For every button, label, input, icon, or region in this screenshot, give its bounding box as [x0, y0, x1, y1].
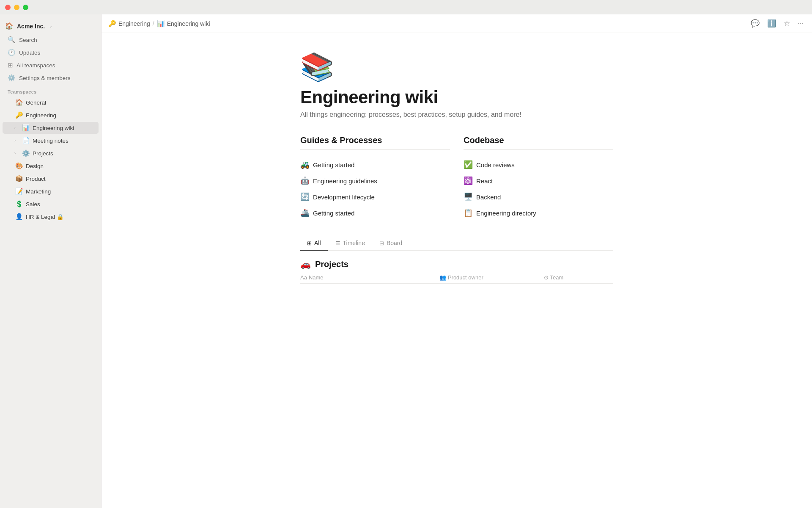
general-emoji: 🏠 [15, 99, 23, 106]
tab-board-label: Board [387, 240, 402, 246]
sidebar-item-sales[interactable]: 💲 Sales [3, 198, 99, 210]
link-label: Engineering guidelines [313, 177, 377, 185]
codebase-section-title: Codebase [464, 135, 613, 150]
tab-all-label: All [314, 240, 321, 246]
link-react[interactable]: ⚛️ React [464, 173, 613, 189]
table-column-headers: Aa Name 👥 Product owner ⊙ Team [300, 274, 613, 284]
tab-board-icon: ⊟ [379, 240, 384, 246]
link-backend[interactable]: 🖥️ Backend [464, 189, 613, 205]
updates-icon: 🕐 [8, 49, 16, 56]
link-emoji: ⚛️ [464, 176, 473, 185]
engineering-emoji: 🔑 [15, 111, 23, 119]
link-emoji: 📋 [464, 208, 473, 218]
breadcrumb-engineering-label: Engineering [118, 20, 150, 27]
teamspaces-section-header: Teamspaces [0, 84, 101, 96]
sidebar-item-meeting-notes[interactable]: › 📄 Meeting notes [3, 135, 99, 146]
sidebar-item-label: Sales [26, 201, 40, 207]
link-label: Engineering directory [476, 210, 536, 217]
more-options-button[interactable]: ··· [796, 18, 805, 30]
workspace-name: Acme Inc. [17, 23, 45, 30]
workspace-chevron-icon: ⌄ [49, 24, 52, 28]
breadcrumb: 🔑 Engineering / 📊 Engineering wiki [108, 20, 746, 28]
projects-emoji: ⚙️ [22, 149, 30, 157]
page-title: Engineering wiki [300, 87, 613, 108]
breadcrumb-wiki-label: Engineering wiki [167, 20, 210, 27]
guides-section: Guides & Processes 🚜 Getting started 🤖 E… [300, 135, 450, 221]
link-label: React [476, 177, 493, 185]
link-engineering-guidelines[interactable]: 🤖 Engineering guidelines [300, 173, 450, 189]
tab-board[interactable]: ⊟ Board [373, 236, 409, 251]
breadcrumb-engineering[interactable]: 🔑 Engineering [108, 20, 150, 28]
traffic-light-red[interactable] [5, 5, 11, 10]
tab-timeline[interactable]: ☰ Timeline [329, 236, 372, 251]
link-code-reviews[interactable]: ✅ Code reviews [464, 157, 613, 173]
link-development-lifecycle[interactable]: 🔄 Development lifecycle [300, 189, 450, 205]
link-getting-started-2[interactable]: 🚢 Getting started [300, 205, 450, 221]
comment-button[interactable]: 💬 [749, 17, 761, 30]
settings-icon: ⚙️ [8, 74, 16, 82]
hr-legal-emoji: 👤 [15, 213, 23, 221]
traffic-light-green[interactable] [23, 5, 28, 10]
sales-emoji: 💲 [15, 200, 23, 208]
tab-all-icon: ⊞ [307, 240, 312, 246]
chevron-right-icon: › [14, 151, 19, 155]
breadcrumb-wiki[interactable]: 📊 Engineering wiki [157, 20, 210, 28]
sidebar-item-label: All teamspaces [16, 62, 55, 69]
link-emoji: 🔄 [300, 192, 310, 202]
sidebar-item-projects[interactable]: › ⚙️ Projects [3, 147, 99, 159]
topbar-actions: 💬 ℹ️ ☆ ··· [749, 17, 805, 30]
link-getting-started-1[interactable]: 🚜 Getting started [300, 157, 450, 173]
link-emoji: 🚢 [300, 208, 310, 218]
page-body: 📚 Engineering wiki All things engineerin… [266, 33, 647, 508]
info-button[interactable]: ℹ️ [765, 17, 778, 30]
link-engineering-directory[interactable]: 📋 Engineering directory [464, 205, 613, 221]
workspace-switcher[interactable]: 🏠 Acme Inc. ⌄ [0, 19, 101, 33]
sidebar-item-label: Product [26, 176, 46, 182]
topbar: 🔑 Engineering / 📊 Engineering wiki 💬 ℹ️ … [102, 14, 812, 33]
sidebar-item-marketing[interactable]: 📝 Marketing [3, 185, 99, 197]
meeting-notes-emoji: 📄 [22, 137, 30, 144]
col-header-name: Aa Name [300, 274, 439, 281]
breadcrumb-engineering-emoji: 🔑 [108, 20, 116, 28]
sidebar-item-general[interactable]: 🏠 General [3, 97, 99, 108]
sidebar-item-hr-legal[interactable]: 👤 HR & Legal 🔒 [3, 211, 99, 223]
tab-timeline-icon: ☰ [335, 240, 340, 246]
col-team-icon: ⊙ [544, 274, 549, 281]
sidebar-item-engineering-wiki[interactable]: › 📊 Engineering wiki [3, 122, 99, 134]
col-owner-label: Product owner [448, 274, 483, 281]
sidebar-item-label: Engineering wiki [33, 125, 74, 131]
sidebar: 🏠 Acme Inc. ⌄ 🔍 Search 🕐 Updates ⊞ All t… [0, 0, 102, 508]
sidebar-item-label: HR & Legal 🔒 [26, 213, 64, 220]
workspace-icon: 🏠 [5, 22, 14, 30]
page-subtitle: All things engineering: processes, best … [300, 111, 613, 119]
favorite-button[interactable]: ☆ [782, 17, 792, 30]
chevron-right-icon: › [14, 126, 19, 130]
marketing-emoji: 📝 [15, 188, 23, 195]
breadcrumb-wiki-emoji: 📊 [157, 20, 165, 28]
col-header-team: ⊙ Team [544, 274, 613, 281]
sidebar-item-all-teamspaces[interactable]: ⊞ All teamspaces [3, 59, 99, 71]
teamspaces-icon: ⊞ [8, 61, 13, 69]
traffic-light-yellow[interactable] [14, 5, 19, 10]
sidebar-item-label: Projects [33, 150, 53, 157]
link-emoji: 🚜 [300, 160, 310, 169]
sidebar-item-label: Settings & members [19, 75, 71, 81]
sidebar-item-design[interactable]: 🎨 Design [3, 160, 99, 172]
col-owner-icon: 👥 [439, 274, 446, 281]
breadcrumb-separator: / [153, 20, 154, 27]
codebase-section: Codebase ✅ Code reviews ⚛️ React 🖥️ Back… [464, 135, 613, 221]
col-team-label: Team [550, 274, 564, 281]
sidebar-item-search[interactable]: 🔍 Search [3, 34, 99, 46]
main-content: 🔑 Engineering / 📊 Engineering wiki 💬 ℹ️ … [102, 0, 812, 508]
sidebar-item-product[interactable]: 📦 Product [3, 173, 99, 185]
tab-all[interactable]: ⊞ All [300, 236, 328, 251]
col-header-product-owner: 👥 Product owner [439, 274, 544, 281]
sidebar-item-settings[interactable]: ⚙️ Settings & members [3, 72, 99, 84]
search-icon: 🔍 [8, 36, 16, 44]
link-label: Code reviews [476, 161, 515, 168]
sidebar-item-updates[interactable]: 🕐 Updates [3, 47, 99, 58]
tabs-bar: ⊞ All ☰ Timeline ⊟ Board [300, 236, 613, 251]
link-label: Backend [476, 193, 501, 201]
sidebar-item-engineering[interactable]: 🔑 Engineering [3, 109, 99, 121]
sidebar-item-label: General [26, 99, 46, 106]
